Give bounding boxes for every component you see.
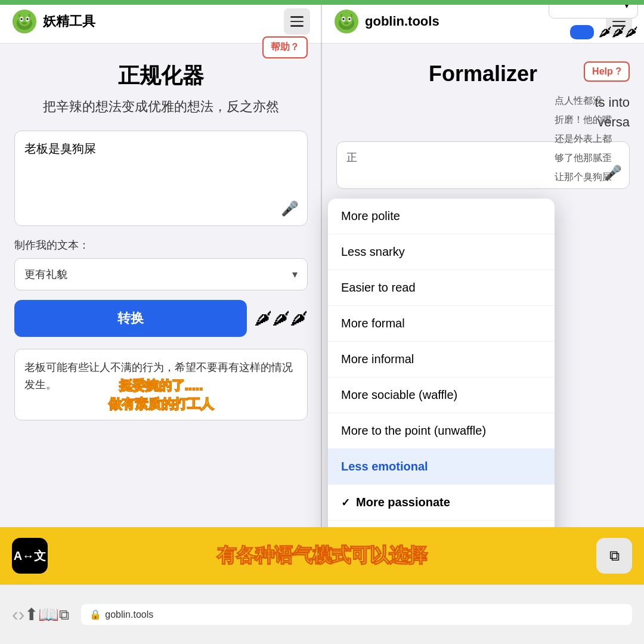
hamburger-line-3 (290, 25, 304, 27)
check-mark-icon: ✓ (341, 496, 350, 509)
right-app-title: goblin.tools (365, 14, 439, 29)
nav-forward-button[interactable]: › (18, 603, 25, 626)
right-spicy-icons: 🌶🌶🌶 (599, 24, 638, 40)
left-app-title: 妖精工具 (43, 13, 95, 30)
bottom-banner-text: 有各种语气模式可以选择 (48, 543, 596, 569)
svg-point-15 (344, 22, 349, 24)
nav-share-button[interactable]: ⬆ (24, 605, 38, 624)
right-help-button[interactable]: Help ? (584, 61, 630, 82)
svg-point-13 (342, 18, 345, 20)
dropdown-item-more-polite[interactable]: More polite (328, 199, 555, 234)
right-output-line2: 折磨！他的嘴 (555, 110, 644, 129)
bottom-banner: A↔文 有各种语气模式可以选择 ⧉ (0, 527, 644, 584)
right-output-line5: 让那个臭狗屎 (555, 168, 644, 187)
right-bottom-controls: ▾ 🌶🌶🌶 (555, 0, 644, 40)
dropdown-item-more-to-point[interactable]: More to the point (unwaffle) (328, 413, 555, 449)
nav-tabs-button[interactable]: ⧉ (59, 606, 69, 623)
goblin-icon-left (12, 9, 37, 34)
bottom-nav-bar: ‹ › ⬆ 📖 ⧉ 🔒 goblin.tools (0, 584, 644, 644)
left-page-title: 正规化器 (14, 61, 308, 91)
left-mic-icon[interactable]: 🎤 (281, 200, 299, 217)
lock-icon: 🔒 (89, 609, 101, 620)
nav-books-button[interactable]: 📖 (38, 605, 59, 624)
left-hamburger-button[interactable] (284, 8, 310, 35)
dropdown-item-less-snarky[interactable]: Less snarky (328, 234, 555, 270)
translate-icon-badge: A↔文 (12, 538, 48, 574)
left-output-area: 老板可能有些让人不满的行为，希望不要再有这样的情况发生。 挺委婉的了..... … (14, 349, 308, 420)
svg-point-6 (26, 18, 29, 20)
dropdown-item-easier-to-read[interactable]: Easier to read (328, 270, 555, 306)
nav-back-button[interactable]: ‹ (12, 603, 18, 626)
goblin-icon-right (334, 9, 359, 34)
right-logo-area: goblin.tools (334, 9, 439, 34)
green-status-bar (0, 0, 644, 5)
dropdown-item-more-sociable[interactable]: More sociable (waffle) (328, 377, 555, 413)
left-mode-dropdown[interactable]: 更有礼貌 ▾ (14, 258, 308, 290)
left-overlay-line2: 做有素质的打工人 (21, 395, 301, 414)
left-input-text: 老板是臭狗屎 (24, 142, 96, 155)
dropdown-item-more-informal[interactable]: More informal (328, 342, 555, 377)
right-convert-button[interactable] (570, 25, 594, 39)
right-output-line3: 还是外表上都 (555, 129, 644, 148)
translate-icon: A↔文 (14, 548, 46, 564)
left-selected-option: 更有礼貌 (24, 267, 67, 281)
domain-text: goblin.tools (105, 609, 153, 620)
left-logo-area: 妖精工具 (12, 9, 95, 34)
left-overlay-line1: 挺委婉的了..... (21, 377, 301, 395)
right-output-partial: 点人性都没 折磨！他的嘴 还是外表上都 够了他那腻歪 让那个臭狗屎 (555, 91, 644, 187)
right-convert-row: 🌶🌶🌶 (570, 24, 638, 40)
svg-point-5 (20, 18, 23, 20)
dropdown-item-more-passionate[interactable]: ✓ More passionate (328, 485, 555, 521)
right-content: Formalizer Help ? ts into versa 正 🎤 More… (322, 44, 644, 207)
left-text-input-area[interactable]: 老板是臭狗屎 🎤 (14, 131, 308, 226)
left-make-label: 制作我的文本： (14, 238, 308, 252)
hamburger-line-1 (290, 16, 304, 18)
right-output-line4: 够了他那腻歪 (555, 148, 644, 168)
dropdown-item-less-emotional[interactable]: Less emotional (328, 449, 555, 485)
svg-point-14 (348, 18, 351, 20)
right-output-line1: 点人性都没 (555, 91, 644, 110)
svg-point-7 (22, 22, 27, 24)
left-spicy-icons: 🌶🌶🌶 (254, 308, 308, 329)
left-overlay-text: 挺委婉的了..... 做有素质的打工人 (21, 377, 301, 414)
left-convert-row: 转换 🌶🌶🌶 (14, 300, 308, 337)
copy-icon-badge[interactable]: ⧉ (596, 538, 632, 574)
copy-icon: ⧉ (609, 547, 620, 564)
left-convert-button[interactable]: 转换 (14, 300, 247, 337)
dropdown-item-more-formal[interactable]: More formal (328, 306, 555, 342)
right-input-label: 正 (346, 151, 357, 163)
address-bar[interactable]: 🔒 goblin.tools (81, 604, 632, 625)
left-subtitle: 把辛辣的想法变成优雅的想法，反之亦然 (14, 97, 308, 116)
hamburger-line-2 (290, 21, 304, 23)
left-dropdown-arrow-icon: ▾ (292, 268, 298, 281)
left-help-button[interactable]: 帮助？ (262, 36, 308, 58)
